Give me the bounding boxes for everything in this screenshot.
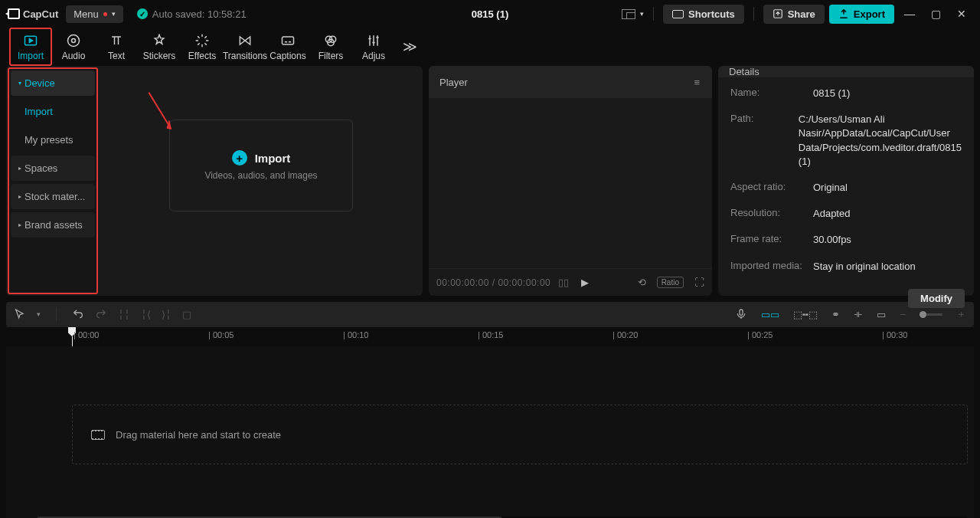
player-title: Player: [439, 77, 468, 88]
check-icon: ✓: [137, 8, 148, 19]
tab-captions[interactable]: Captions: [266, 28, 309, 66]
import-dropzone[interactable]: + Import Videos, audios, and images: [169, 120, 353, 211]
timeline-ruler[interactable]: | 00:00| 00:05| 00:10| 00:15| 00:20| 00:…: [6, 326, 974, 346]
details-imported-value: Stay in original location: [813, 260, 962, 274]
player-header: Player ≡: [429, 66, 712, 98]
autosave-text: Auto saved: 10:58:21: [152, 8, 247, 20]
timeline-dropzone[interactable]: Drag material here and start to create: [72, 405, 968, 464]
split-tool[interactable]: ╎╎: [118, 309, 130, 320]
menu-label: Menu: [74, 8, 99, 20]
pointer-tool[interactable]: [14, 308, 26, 320]
tab-import[interactable]: Import: [9, 28, 52, 66]
shortcuts-button[interactable]: Shortcuts: [663, 5, 744, 24]
details-path-label: Path:: [730, 113, 799, 169]
svg-point-3: [72, 38, 76, 42]
ruler-tick: | 00:10: [343, 330, 368, 339]
details-aspect-label: Aspect ratio:: [730, 181, 813, 195]
separator: [753, 7, 754, 21]
caret-right-icon: ▸: [18, 165, 21, 172]
fullscreen-icon[interactable]: ⛶: [694, 277, 704, 288]
sidebar-item-mypresets[interactable]: My presets: [11, 127, 95, 152]
svg-point-2: [68, 34, 80, 46]
tab-audio[interactable]: Audio: [52, 28, 95, 66]
shortcuts-label: Shortcuts: [688, 8, 735, 20]
tab-captions-label: Captions: [270, 51, 305, 61]
details-title: Details: [729, 66, 760, 77]
crop-tool[interactable]: ▢: [182, 309, 191, 320]
details-body: Name:0815 (1) Path:C:/Users/Usman Ali Na…: [718, 77, 974, 283]
maximize-button[interactable]: ▢: [925, 8, 946, 20]
undo-button[interactable]: [72, 308, 84, 320]
ruler-tick: | 00:20: [612, 330, 638, 339]
sidebar-brand-label: Brand assets: [24, 219, 83, 231]
trim-left-tool[interactable]: ╎⟨: [141, 309, 151, 320]
details-panel: Details Name:0815 (1) Path:C:/Users/Usma…: [718, 66, 974, 296]
tab-effects-label: Effects: [188, 51, 216, 61]
media-sidebar: ▾Device Import My presets ▸Spaces ▸Stock…: [8, 67, 98, 294]
ruler-tick: | 00:15: [478, 330, 503, 339]
layout-icon[interactable]: [622, 9, 635, 19]
sidebar-item-spaces[interactable]: ▸Spaces: [11, 156, 95, 181]
tab-audio-label: Audio: [62, 51, 86, 61]
redo-button[interactable]: [95, 308, 107, 320]
capcut-icon: [8, 8, 20, 19]
play-button[interactable]: ▶: [581, 277, 589, 288]
minimize-button[interactable]: ―: [899, 8, 920, 20]
ruler-tick: | 00:30: [882, 330, 907, 339]
close-button[interactable]: ✕: [951, 8, 972, 20]
caret-right-icon: ▸: [18, 221, 21, 228]
stickers-icon: [152, 33, 167, 48]
sidebar-item-import[interactable]: Import: [11, 99, 95, 124]
chevron-down-icon[interactable]: ▾: [640, 10, 644, 18]
details-res-label: Resolution:: [730, 207, 813, 221]
ratio-button[interactable]: Ratio: [657, 277, 684, 288]
tab-filters[interactable]: Filters: [309, 28, 352, 66]
tab-adjust-label: Adjus: [362, 51, 385, 61]
timeline-drop-hint: Drag material here and start to create: [116, 429, 281, 441]
main-tabs: Import Audio Text Stickers Effects Trans…: [0, 28, 980, 66]
autosave-status: ✓ Auto saved: 10:58:21: [137, 8, 247, 20]
sidebar-item-stock[interactable]: ▸Stock mater...: [11, 184, 95, 209]
project-title: 0815 (1): [472, 8, 508, 20]
tab-stickers[interactable]: Stickers: [138, 28, 181, 66]
tab-effects[interactable]: Effects: [181, 28, 224, 66]
zoom-slider[interactable]: [920, 313, 942, 316]
media-panel: ▾Device Import My presets ▸Spaces ▸Stock…: [6, 66, 423, 296]
modify-button[interactable]: Modify: [908, 289, 965, 308]
tab-adjust[interactable]: Adjus: [352, 28, 395, 66]
plus-icon: +: [232, 150, 247, 166]
scale-icon[interactable]: ⟲: [638, 277, 646, 288]
details-res-value: Adapted: [813, 207, 962, 221]
player-viewport[interactable]: [429, 98, 712, 268]
menu-button[interactable]: Menu ▾: [66, 5, 123, 23]
zoom-in-button[interactable]: ＋: [956, 307, 966, 321]
tab-stickers-label: Stickers: [143, 51, 176, 61]
keyboard-icon: [672, 10, 684, 18]
sidebar-item-brand[interactable]: ▸Brand assets: [11, 212, 95, 238]
export-button[interactable]: Export: [829, 5, 894, 24]
effects-icon: [194, 33, 210, 48]
import-title: Import: [255, 152, 291, 165]
sidebar-stock-label: Stock mater...: [24, 191, 85, 202]
details-name-value: 0815 (1): [813, 87, 962, 100]
player-menu-icon[interactable]: ≡: [694, 77, 701, 88]
pointer-dropdown[interactable]: ▾: [37, 310, 41, 318]
compare-icon[interactable]: ▯▯: [558, 277, 569, 288]
details-fps-value: 30.00fps: [813, 233, 962, 247]
clip-icon: [91, 430, 105, 440]
trim-right-tool[interactable]: ⟩╎: [162, 309, 172, 320]
separator: [653, 7, 654, 21]
timeline-area[interactable]: Drag material here and start to create: [6, 346, 974, 518]
sidebar-mypresets-label: My presets: [24, 134, 74, 146]
details-header: Details: [718, 66, 974, 77]
player-timecode: 00:00:00:00 / 00:00:00:00: [436, 277, 550, 288]
caret-right-icon: ▸: [18, 193, 21, 200]
zoom-out-button[interactable]: −: [900, 309, 906, 320]
tab-transitions-label: Transitions: [223, 51, 267, 61]
tab-transitions[interactable]: Transitions: [224, 28, 266, 66]
media-main: + Import Videos, audios, and images: [100, 66, 423, 296]
sidebar-item-device[interactable]: ▾Device: [11, 70, 95, 96]
tabs-more-button[interactable]: ≫: [395, 38, 425, 55]
share-button[interactable]: Share: [763, 5, 825, 24]
tab-text[interactable]: Text: [95, 28, 138, 66]
